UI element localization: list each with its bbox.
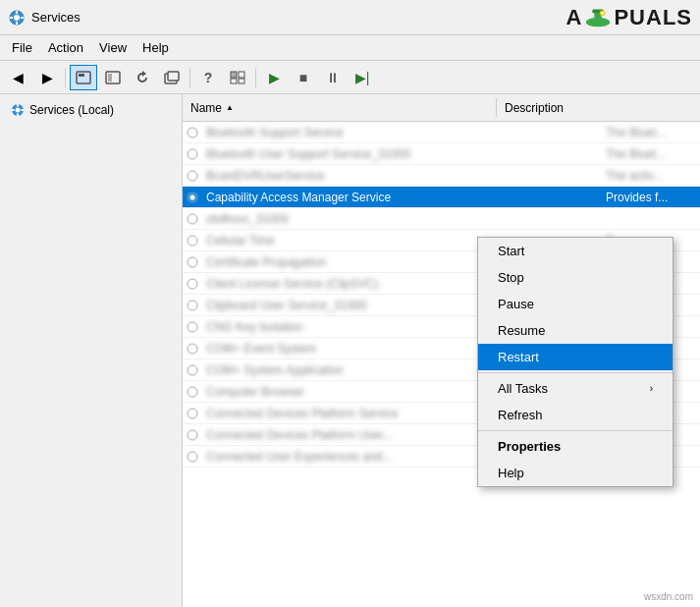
service-icon bbox=[183, 234, 202, 248]
services-local-item[interactable]: Services (Local) bbox=[4, 98, 178, 122]
svg-point-42 bbox=[188, 430, 197, 440]
menu-help[interactable]: Help bbox=[135, 38, 177, 57]
svg-rect-19 bbox=[231, 79, 237, 83]
separator-2 bbox=[189, 68, 190, 87]
title-bar: Services A PUALS bbox=[0, 0, 700, 35]
svg-point-41 bbox=[188, 409, 197, 418]
svg-rect-25 bbox=[12, 109, 15, 111]
service-icon bbox=[183, 320, 202, 334]
service-row[interactable]: cbdhsvc_31000 bbox=[183, 208, 700, 230]
svg-point-36 bbox=[188, 301, 197, 310]
context-menu-label: Refresh bbox=[498, 408, 543, 422]
forward-button[interactable]: ▶ bbox=[33, 65, 61, 90]
service-icon bbox=[183, 255, 202, 269]
context-menu-item-refresh[interactable]: Refresh bbox=[478, 402, 673, 428]
console-root-button[interactable] bbox=[70, 65, 97, 90]
svg-point-43 bbox=[188, 452, 197, 462]
context-menu-item-stop[interactable]: Stop bbox=[478, 264, 673, 291]
context-menu-separator bbox=[478, 430, 673, 431]
menu-bar: File Action View Help bbox=[0, 35, 700, 61]
view-button[interactable] bbox=[224, 65, 251, 90]
context-menu-label: Stop bbox=[498, 270, 524, 285]
context-menu-label: Pause bbox=[498, 297, 534, 311]
svg-point-27 bbox=[188, 128, 197, 138]
service-icon bbox=[183, 277, 202, 291]
svg-point-40 bbox=[188, 387, 197, 397]
svg-rect-2 bbox=[16, 11, 18, 14]
separator-1 bbox=[65, 68, 66, 87]
context-menu-item-properties[interactable]: Properties bbox=[478, 433, 673, 460]
svg-rect-18 bbox=[239, 72, 244, 78]
column-header: Name ▲ Description bbox=[183, 94, 700, 122]
services-panel: Name ▲ Description Bluetooth Support Ser… bbox=[183, 94, 700, 607]
svg-rect-16 bbox=[168, 72, 179, 81]
svg-rect-14 bbox=[108, 74, 112, 82]
context-menu-submenu-arrow: › bbox=[650, 383, 653, 394]
service-desc: The Bluet... bbox=[602, 126, 700, 139]
svg-rect-5 bbox=[21, 17, 24, 19]
svg-rect-24 bbox=[17, 114, 19, 117]
appuals-hat-icon bbox=[584, 4, 612, 31]
services-local-label: Services (Local) bbox=[29, 103, 114, 117]
context-menu-item-restart[interactable]: Restart bbox=[478, 344, 673, 370]
svg-rect-20 bbox=[239, 79, 244, 83]
menu-file[interactable]: File bbox=[4, 38, 40, 57]
svg-rect-3 bbox=[16, 22, 18, 25]
show-hide-button[interactable] bbox=[99, 65, 127, 90]
svg-point-10 bbox=[602, 11, 605, 14]
sort-arrow: ▲ bbox=[226, 103, 234, 112]
service-icon bbox=[183, 342, 202, 356]
service-desc: The activ... bbox=[602, 169, 700, 183]
new-window-button[interactable] bbox=[158, 65, 186, 90]
context-menu-label: Resume bbox=[498, 323, 545, 338]
service-icon bbox=[183, 191, 202, 204]
context-menu-label: Start bbox=[498, 244, 524, 258]
context-menu-item-start[interactable]: Start bbox=[478, 238, 673, 264]
refresh-toolbar-button[interactable] bbox=[129, 65, 156, 90]
service-desc: The Bluet... bbox=[602, 147, 700, 161]
context-menu-label: All Tasks bbox=[498, 381, 548, 396]
service-row[interactable]: Bluetooth User Support Service_31000The … bbox=[183, 143, 700, 165]
play-button[interactable]: ▶ bbox=[260, 65, 288, 90]
service-name: Bluetooth User Support Service_31000 bbox=[202, 147, 602, 161]
service-row[interactable]: Bluetooth Support ServiceThe Bluet... bbox=[183, 122, 700, 143]
service-icon bbox=[183, 147, 202, 161]
svg-point-37 bbox=[188, 322, 197, 332]
context-menu-item-all-tasks[interactable]: All Tasks› bbox=[478, 375, 673, 402]
context-menu-item-pause[interactable]: Pause bbox=[478, 291, 673, 317]
context-menu-item-resume[interactable]: Resume bbox=[478, 317, 673, 344]
service-icon bbox=[183, 126, 202, 139]
svg-rect-12 bbox=[79, 74, 84, 77]
svg-rect-23 bbox=[17, 104, 19, 107]
svg-point-32 bbox=[188, 214, 197, 224]
services-local-icon bbox=[10, 102, 26, 118]
app-icon bbox=[8, 9, 26, 27]
pause-button[interactable]: ⏸ bbox=[319, 65, 347, 90]
service-icon bbox=[183, 212, 202, 226]
service-name: BcastDVRUserService bbox=[202, 169, 602, 183]
appuals-logo: A PUALS bbox=[566, 4, 692, 31]
context-menu-separator bbox=[478, 372, 673, 373]
menu-view[interactable]: View bbox=[91, 38, 135, 57]
column-description-header[interactable]: Description bbox=[497, 98, 700, 117]
svg-point-22 bbox=[16, 108, 21, 113]
service-row[interactable]: Capability Access Manager ServiceProvide… bbox=[183, 187, 700, 208]
service-row[interactable]: BcastDVRUserServiceThe activ... bbox=[183, 165, 700, 187]
help-toolbar-button[interactable]: ? bbox=[194, 65, 222, 90]
context-menu-label: Restart bbox=[498, 350, 539, 364]
context-menu-item-help[interactable]: Help bbox=[478, 460, 673, 486]
menu-action[interactable]: Action bbox=[40, 38, 91, 57]
main-area: Services (Local) Name ▲ Description Blue… bbox=[0, 94, 700, 607]
step-button[interactable]: ▶| bbox=[349, 65, 376, 90]
back-button[interactable]: ◀ bbox=[4, 65, 31, 90]
separator-3 bbox=[255, 68, 256, 87]
column-name-header[interactable]: Name ▲ bbox=[183, 98, 497, 117]
service-icon bbox=[183, 363, 202, 377]
svg-rect-11 bbox=[77, 72, 90, 83]
stop-button[interactable]: ■ bbox=[290, 65, 317, 90]
context-menu-label: Help bbox=[498, 466, 524, 480]
toolbar: ◀ ▶ ? ▶ ■ ⏸ ▶| bbox=[0, 61, 700, 94]
service-icon bbox=[183, 450, 202, 464]
service-icon bbox=[183, 385, 202, 399]
service-name: cbdhsvc_31000 bbox=[202, 212, 602, 226]
